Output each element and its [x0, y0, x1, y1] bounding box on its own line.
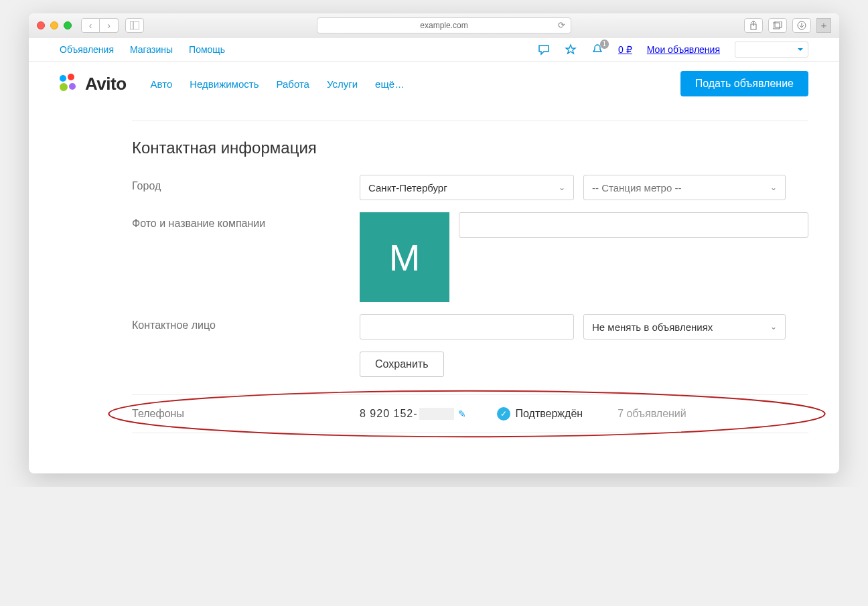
user-dropdown[interactable] — [735, 42, 808, 58]
sidebar-toggle[interactable] — [125, 18, 144, 33]
company-label: Фото и название компании — [132, 212, 360, 230]
my-listings-link[interactable]: Мои объявления — [647, 44, 720, 55]
maximize-window-button[interactable] — [64, 21, 72, 29]
site-topbar: Объявления Магазины Помощь 1 0 ₽ Мои объ… — [29, 37, 839, 62]
new-tab-button[interactable]: + — [816, 18, 831, 33]
sidebar-icon — [130, 21, 139, 29]
city-value: Санкт-Петербург — [368, 182, 447, 194]
divider — [132, 121, 808, 121]
browser-window: ‹ › example.com ⟳ + Объявления Магазин — [29, 13, 839, 473]
site-header: Avito Авто Недвижимость Работа Услуги ещ… — [29, 62, 839, 107]
favorites-icon[interactable] — [565, 44, 577, 56]
forward-button[interactable]: › — [100, 18, 119, 33]
company-photo[interactable]: М — [360, 212, 449, 302]
share-button[interactable] — [744, 18, 763, 33]
notifications-badge: 1 — [600, 40, 609, 49]
contact-mode-select[interactable]: Не менять в объявлениях ⌄ — [583, 314, 786, 339]
balance-link[interactable]: 0 ₽ — [618, 44, 632, 55]
logo[interactable]: Avito — [60, 74, 127, 94]
phone-number: 8 920 152- — [360, 408, 454, 421]
cat-services[interactable]: Услуги — [327, 78, 358, 90]
contact-person-input[interactable] — [360, 314, 574, 339]
topbar-link-shops[interactable]: Магазины — [130, 44, 173, 55]
logo-icon — [60, 74, 80, 94]
cat-jobs[interactable]: Работа — [276, 78, 309, 90]
contact-label: Контактное лицо — [132, 314, 360, 331]
save-button[interactable]: Сохранить — [360, 352, 444, 377]
city-select[interactable]: Санкт-Петербург ⌄ — [360, 175, 574, 200]
post-ad-button[interactable]: Подать объявление — [680, 71, 808, 96]
cat-more[interactable]: ещё… — [375, 78, 405, 90]
traffic-lights — [37, 21, 72, 29]
company-initial: М — [389, 236, 421, 279]
logo-text: Avito — [85, 74, 127, 94]
listings-count: 7 объявлений — [618, 408, 686, 420]
company-name-input[interactable] — [459, 212, 808, 238]
edit-phone-icon[interactable]: ✎ — [458, 408, 466, 419]
messages-icon[interactable] — [538, 44, 550, 56]
phone-redacted — [419, 408, 454, 420]
city-label: Город — [132, 175, 360, 192]
back-button[interactable]: ‹ — [81, 18, 100, 33]
section-title: Контактная информация — [132, 139, 808, 157]
phones-label: Телефоны — [132, 408, 360, 420]
topbar-link-listings[interactable]: Объявления — [60, 44, 114, 55]
chevron-down-icon: ⌄ — [770, 322, 777, 331]
content: Контактная информация Город Санкт-Петерб… — [29, 107, 839, 473]
svg-rect-0 — [130, 21, 139, 29]
close-window-button[interactable] — [37, 21, 45, 29]
metro-select[interactable]: -- Станция метро -- ⌄ — [583, 175, 786, 200]
reload-icon[interactable]: ⟳ — [558, 20, 565, 30]
cat-auto[interactable]: Авто — [151, 78, 173, 90]
tabs-icon — [773, 21, 782, 29]
share-icon — [749, 21, 757, 30]
svg-rect-4 — [773, 23, 780, 29]
verified-check-icon: ✓ — [497, 407, 510, 421]
minimize-window-button[interactable] — [50, 21, 58, 29]
download-icon — [797, 21, 806, 30]
metro-placeholder: -- Станция метро -- — [592, 182, 681, 194]
contact-mode-value: Не менять в объявлениях — [592, 321, 713, 333]
url-text: example.com — [420, 21, 467, 30]
svg-rect-5 — [775, 21, 782, 27]
cat-realty[interactable]: Недвижимость — [190, 78, 259, 90]
chevron-down-icon: ⌄ — [559, 183, 565, 192]
titlebar: ‹ › example.com ⟳ + — [29, 13, 839, 37]
address-bar[interactable]: example.com ⟳ — [317, 17, 571, 33]
phones-section: Телефоны 8 920 152- ✎ ✓ Подтверждён 7 об… — [132, 394, 808, 433]
verified-label: Подтверждён — [516, 408, 583, 420]
topbar-link-help[interactable]: Помощь — [189, 44, 225, 55]
downloads-button[interactable] — [792, 18, 811, 33]
notifications-icon[interactable]: 1 — [591, 44, 603, 56]
tabs-button[interactable] — [768, 18, 787, 33]
chevron-down-icon: ⌄ — [770, 183, 777, 192]
